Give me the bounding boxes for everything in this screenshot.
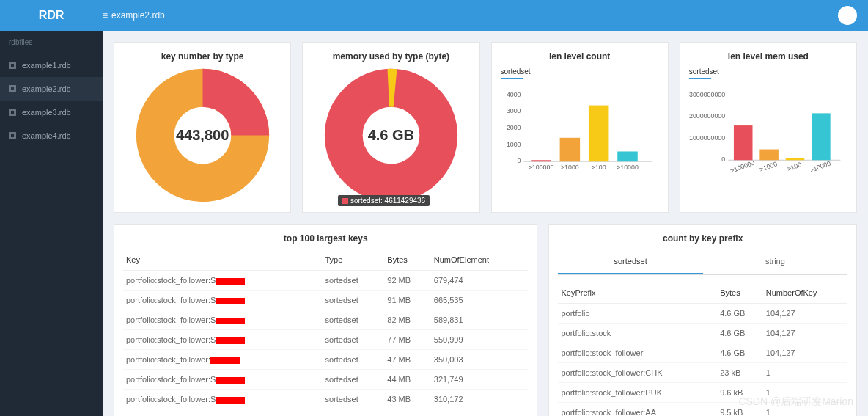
th-num[interactable]: NumOfElement <box>431 249 529 271</box>
th-prefix[interactable]: KeyPrefix <box>558 282 717 304</box>
sidebar-item-label: example3.rdb <box>22 108 71 117</box>
svg-text:>1000: >1000 <box>758 160 778 173</box>
svg-text:>100: >100 <box>786 161 802 172</box>
svg-rect-21 <box>734 125 753 160</box>
svg-text:3000: 3000 <box>506 107 521 114</box>
svg-text:>10000: >10000 <box>617 164 639 171</box>
avatar[interactable] <box>838 6 857 25</box>
th-bytes[interactable]: Bytes <box>384 249 430 271</box>
svg-text:>10000: >10000 <box>809 159 831 173</box>
card-title: memory used by type (byte) <box>333 51 449 62</box>
watermark: CSDN @后端研发Marion <box>738 395 853 409</box>
sidebar-item-2[interactable]: example3.rdb <box>0 101 103 124</box>
svg-text:0: 0 <box>721 156 725 163</box>
bar-chart-2: 3000000000 2000000000 1000000000 0 >1000… <box>689 85 847 173</box>
bar-len-mem: len level mem used sortedset 3000000000 … <box>680 42 857 213</box>
sidebar-item-3[interactable]: example4.rdb <box>0 124 103 147</box>
svg-rect-22 <box>760 150 779 161</box>
svg-text:>1000: >1000 <box>560 164 578 171</box>
breadcrumb[interactable]: ≡ example2.rdb <box>103 10 165 21</box>
donut-tooltip: sortedset: 4611429436 <box>338 195 430 206</box>
sidebar-item-label: example4.rdb <box>22 131 71 140</box>
tooltip-text: sortedset: 4611429436 <box>350 197 425 205</box>
svg-text:0: 0 <box>517 157 521 164</box>
th-numkey[interactable]: NumberOfKey <box>763 282 847 304</box>
tab-string[interactable]: string <box>703 249 847 274</box>
th-key[interactable]: Key <box>123 249 322 271</box>
legend-label: sortedset <box>501 67 531 76</box>
svg-text:1000: 1000 <box>506 141 521 148</box>
table-row[interactable]: portfolio:stock_follower4.6 GB104,127 <box>558 343 847 363</box>
bar-chart-1: 4000 3000 2000 1000 0 >100000 >1000 >100… <box>501 85 659 173</box>
donut-center-value: 4.6 GB <box>323 67 459 203</box>
breadcrumb-text: example2.rdb <box>111 10 165 21</box>
card-title: len level mem used <box>689 51 847 62</box>
table-row[interactable]: portfolio4.6 GB104,127 <box>558 304 847 324</box>
svg-text:>100000: >100000 <box>528 164 553 171</box>
donut-memory-used: memory used by type (byte) 4.6 GB sorted… <box>302 42 479 213</box>
sidebar-header: rdbfiles <box>0 31 103 54</box>
table-row[interactable]: portfolio:stock_follower:Ssortedset43 MB… <box>123 390 528 409</box>
top-bar: RDR ≡ example2.rdb <box>0 0 868 31</box>
grid-icon <box>9 62 16 69</box>
card-title: key number by type <box>161 51 244 62</box>
card-title: top 100 largest keys <box>123 233 528 244</box>
bar-len-count: len level count sortedset 4000 3000 2000… <box>491 42 669 213</box>
table-row[interactable]: portfolio:stock_follower:sortedset47 MB3… <box>123 350 528 370</box>
svg-rect-24 <box>812 113 831 160</box>
svg-text:3000000000: 3000000000 <box>689 91 725 98</box>
table-row[interactable]: portfolio:stock_follower:Ssortedset44 MB… <box>123 370 528 390</box>
svg-rect-10 <box>588 106 608 162</box>
table-row[interactable]: portfolio:stock_follower:Ssortedset91 MB… <box>123 291 528 310</box>
prefix-tabs: sortedset string <box>558 249 847 275</box>
table-row[interactable]: portfolio:stock_follower:Ssortedset42 MB… <box>123 409 528 417</box>
svg-text:2000000000: 2000000000 <box>689 112 725 120</box>
table-row[interactable]: portfolio:stock_follower:Ssortedset82 MB… <box>123 310 528 330</box>
donut-center-value: 443,800 <box>135 67 271 203</box>
legend: sortedset <box>501 67 659 79</box>
brand-logo: RDR <box>0 9 103 22</box>
card-title: count by key prefix <box>558 233 847 244</box>
legend: sortedset <box>689 67 847 79</box>
svg-text:>100: >100 <box>591 164 606 171</box>
largest-keys-card: top 100 largest keys Key Type Bytes NumO… <box>114 224 537 416</box>
grid-icon <box>9 132 16 139</box>
svg-text:4000: 4000 <box>506 91 521 98</box>
legend-label: sortedset <box>689 67 719 76</box>
donut-key-number: key number by type 443,800 <box>114 42 291 213</box>
prefix-card: count by key prefix sortedset string Key… <box>548 224 857 416</box>
svg-rect-8 <box>531 160 551 161</box>
sidebar-item-label: example2.rdb <box>22 84 71 93</box>
th-type[interactable]: Type <box>322 249 384 271</box>
sidebar: rdbfiles example1.rdb example2.rdb examp… <box>0 31 103 416</box>
sidebar-item-1[interactable]: example2.rdb <box>0 77 103 101</box>
svg-text:2000: 2000 <box>506 124 521 131</box>
svg-rect-11 <box>617 151 638 161</box>
svg-rect-23 <box>785 158 804 160</box>
card-title: len level count <box>501 51 659 62</box>
menu-icon: ≡ <box>103 10 108 21</box>
table-row[interactable]: portfolio:stock_follower:Ssortedset92 MB… <box>123 271 528 291</box>
tab-sortedset[interactable]: sortedset <box>558 249 702 274</box>
th-bytes[interactable]: Bytes <box>717 282 763 304</box>
svg-rect-9 <box>559 138 580 161</box>
table-row[interactable]: portfolio:stock_follower:Ssortedset77 MB… <box>123 330 528 350</box>
grid-icon <box>9 85 16 92</box>
grid-icon <box>9 109 16 116</box>
table-row[interactable]: portfolio:stock_follower:CHK23 kB1 <box>558 363 847 383</box>
table-row[interactable]: portfolio:stock4.6 GB104,127 <box>558 324 847 343</box>
svg-text:1000000000: 1000000000 <box>689 134 725 142</box>
sidebar-item-label: example1.rdb <box>22 61 71 70</box>
svg-text:>100000: >100000 <box>729 159 755 173</box>
largest-keys-table: Key Type Bytes NumOfElement portfolio:st… <box>123 249 528 416</box>
sidebar-item-0[interactable]: example1.rdb <box>0 54 103 77</box>
